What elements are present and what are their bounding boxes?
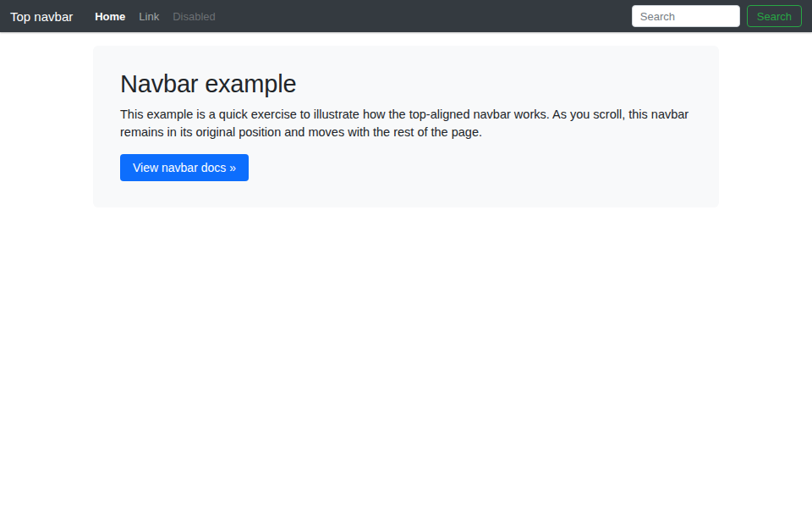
search-form: Search: [632, 5, 802, 27]
nav-item-link[interactable]: Link: [132, 10, 166, 23]
top-navbar: Top navbar Home Link Disabled Search: [0, 0, 812, 32]
navbar-brand[interactable]: Top navbar: [10, 9, 73, 24]
page-content: Navbar example This example is a quick e…: [0, 46, 812, 207]
navbar-nav: Home Link Disabled: [88, 10, 632, 23]
search-input[interactable]: [632, 5, 740, 27]
nav-item-home[interactable]: Home: [88, 10, 132, 23]
search-button[interactable]: Search: [747, 5, 802, 27]
nav-item-disabled: Disabled: [166, 10, 222, 23]
page-title: Navbar example: [120, 70, 692, 98]
view-navbar-docs-button[interactable]: View navbar docs »: [120, 154, 249, 181]
hero-panel: Navbar example This example is a quick e…: [93, 46, 719, 207]
hero-description: This example is a quick exercise to illu…: [120, 106, 692, 141]
